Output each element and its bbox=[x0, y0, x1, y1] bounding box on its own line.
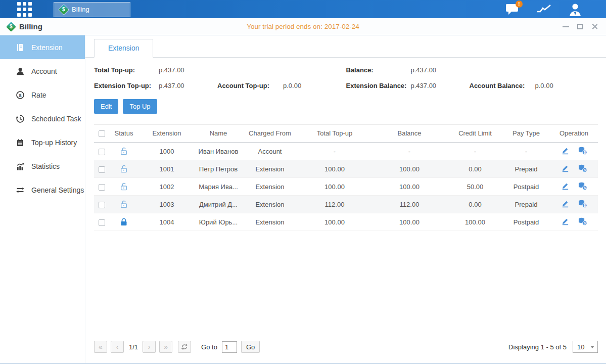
cell-total-topup: - bbox=[298, 143, 371, 160]
rate-icon: $ bbox=[16, 90, 25, 100]
lock-open-icon bbox=[120, 165, 128, 172]
cell-pay-type: Postpaid bbox=[502, 213, 550, 231]
edit-icon[interactable] bbox=[561, 217, 570, 227]
last-page-icon: » bbox=[164, 343, 168, 351]
topup-coins-icon[interactable]: $ bbox=[578, 199, 587, 210]
topup-coins-icon[interactable]: $ bbox=[578, 181, 587, 192]
account-balance-value: p.0.00 bbox=[535, 82, 598, 89]
page-size-select[interactable]: 10 bbox=[573, 341, 598, 353]
cell-name: Мария Ива... bbox=[195, 178, 242, 196]
cell-status bbox=[109, 143, 138, 160]
table-row: 1002Мария Ива...Extension100.00100.0050.… bbox=[94, 178, 598, 196]
cell-credit-limit: 50.00 bbox=[448, 178, 502, 196]
cell-operation: $ bbox=[550, 143, 598, 160]
extension-icon bbox=[16, 43, 25, 52]
sidebar-item-label: Rate bbox=[31, 91, 46, 99]
last-page-button[interactable]: » bbox=[159, 341, 172, 353]
edit-icon[interactable] bbox=[561, 164, 570, 174]
next-page-icon: › bbox=[148, 343, 151, 351]
close-icon[interactable] bbox=[591, 23, 598, 30]
goto-page-input[interactable] bbox=[222, 341, 237, 353]
tab-extension[interactable]: Extension bbox=[94, 39, 153, 58]
sidebar-item-scheduled-task[interactable]: Scheduled Task bbox=[0, 107, 85, 130]
sidebar-item-rate[interactable]: $Rate bbox=[0, 83, 85, 107]
topup-history-icon bbox=[16, 138, 25, 147]
row-checkbox[interactable] bbox=[99, 219, 105, 226]
next-page-button[interactable]: › bbox=[143, 341, 156, 353]
extension-content: Total Top-up: p.437.00 Extension Top-up:… bbox=[85, 58, 606, 363]
cell-status bbox=[109, 178, 138, 196]
cell-status bbox=[109, 160, 138, 178]
trial-notice: Your trial period ends on: 2017-02-24 bbox=[0, 23, 606, 30]
top-up-button[interactable]: Top Up bbox=[123, 99, 157, 114]
sidebar-item-account[interactable]: Account bbox=[0, 59, 85, 83]
column-header-total-top-up: Total Top-up bbox=[298, 125, 371, 143]
scheduled-task-icon bbox=[16, 114, 25, 123]
notifications-icon[interactable]: ! bbox=[504, 2, 521, 16]
tab-strip: Extension bbox=[85, 35, 606, 58]
table-row: 1003Дмитрий Д...Extension112.00112.000.0… bbox=[94, 196, 598, 213]
user-account-icon[interactable] bbox=[567, 2, 584, 16]
sidebar-item-label: Top-up History bbox=[31, 139, 77, 147]
edit-icon[interactable] bbox=[561, 146, 570, 156]
pagination-bar: « ‹ 1/1 › » Go to Go bbox=[94, 334, 598, 363]
cell-operation: $ bbox=[550, 213, 598, 231]
billing-app-window: $ Billing ! bbox=[0, 0, 606, 364]
sidebar-item-extension[interactable]: Extension bbox=[0, 35, 85, 59]
row-checkbox[interactable] bbox=[99, 149, 105, 155]
svg-text:$: $ bbox=[583, 151, 585, 155]
edit-icon[interactable] bbox=[561, 199, 570, 209]
select-all-header bbox=[94, 125, 109, 143]
extension-topup-value: p.437.00 bbox=[159, 82, 217, 89]
cell-extension: 1002 bbox=[138, 178, 195, 196]
total-topup-value: p.437.00 bbox=[159, 66, 217, 74]
column-header-charged-from: Charged From bbox=[242, 125, 298, 143]
extension-balance-value: p.437.00 bbox=[411, 82, 470, 89]
cell-charged-from: Extension bbox=[242, 178, 298, 196]
edit-button[interactable]: Edit bbox=[94, 99, 118, 114]
cell-status bbox=[109, 213, 138, 231]
row-checkbox[interactable] bbox=[99, 184, 105, 191]
topup-coins-icon[interactable]: $ bbox=[578, 146, 587, 157]
cell-credit-limit: - bbox=[448, 143, 502, 160]
reports-chart-icon[interactable] bbox=[535, 2, 552, 16]
maximize-icon[interactable] bbox=[577, 24, 583, 29]
lock-open-icon bbox=[120, 147, 128, 155]
column-header-pay-type: Pay Type bbox=[502, 125, 550, 143]
edit-icon[interactable] bbox=[561, 181, 570, 192]
sidebar-item-top-up-history[interactable]: Top-up History bbox=[0, 130, 85, 154]
table-row: 1001Петр ПетровExtension100.00100.000.00… bbox=[94, 160, 598, 178]
select-all-checkbox[interactable] bbox=[99, 130, 105, 137]
refresh-button[interactable] bbox=[178, 341, 191, 353]
row-checkbox[interactable] bbox=[99, 202, 105, 208]
cell-total-topup: 100.00 bbox=[298, 160, 371, 178]
svg-text:$: $ bbox=[583, 168, 585, 172]
first-page-icon: « bbox=[99, 343, 103, 351]
row-checkbox[interactable] bbox=[99, 166, 105, 173]
topup-coins-icon[interactable]: $ bbox=[578, 217, 587, 228]
pagination-right: Displaying 1 - 5 of 5 10 bbox=[508, 341, 598, 353]
cell-name: Дмитрий Д... bbox=[195, 196, 242, 213]
prev-page-button[interactable]: ‹ bbox=[111, 341, 124, 353]
sidebar-item-statistics[interactable]: Statistics bbox=[0, 154, 85, 178]
sidebar-item-general-settings[interactable]: General Settings bbox=[0, 178, 85, 202]
taskbar-tab-billing[interactable]: $ Billing bbox=[54, 2, 130, 17]
svg-text:$: $ bbox=[19, 92, 22, 98]
table-header: StatusExtensionNameCharged FromTotal Top… bbox=[94, 125, 598, 143]
column-header-status: Status bbox=[109, 125, 138, 143]
account-icon bbox=[16, 67, 25, 76]
main-panel: Extension Total Top-up: p.437.00 Extensi… bbox=[85, 35, 606, 363]
go-button[interactable]: Go bbox=[241, 341, 260, 353]
cell-charged-from: Extension bbox=[242, 213, 298, 231]
cell-pay-type: - bbox=[502, 143, 550, 160]
minimize-icon[interactable] bbox=[563, 26, 569, 27]
sidebar-item-label: Scheduled Task bbox=[31, 115, 81, 123]
table-row: 1000Иван ИвановAccount----$ bbox=[94, 143, 598, 160]
first-page-button[interactable]: « bbox=[94, 341, 107, 353]
main-menu-grid-icon[interactable] bbox=[17, 2, 32, 17]
account-balance-label: Account Balance: bbox=[470, 82, 535, 89]
cell-balance: 112.00 bbox=[371, 196, 448, 213]
cell-charged-from: Extension bbox=[242, 196, 298, 213]
cell-balance: 100.00 bbox=[371, 178, 448, 196]
topup-coins-icon[interactable]: $ bbox=[578, 164, 587, 174]
